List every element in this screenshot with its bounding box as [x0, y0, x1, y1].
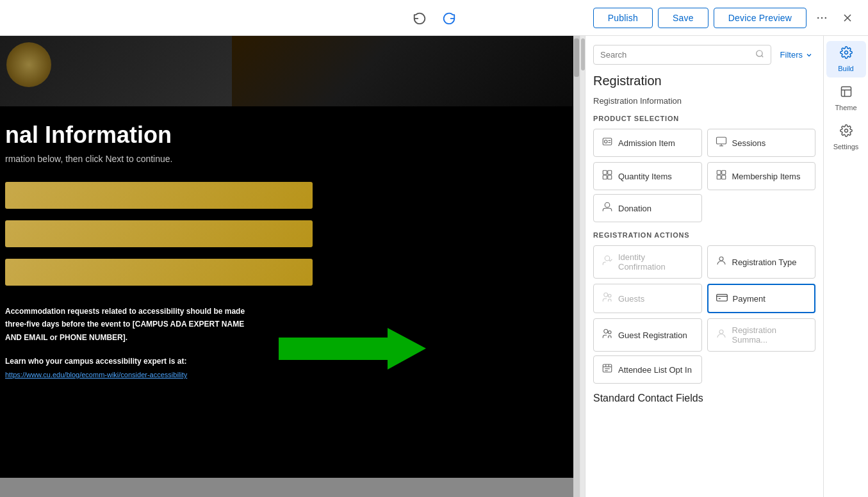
sessions-label: Sessions	[732, 138, 766, 148]
sessions-card[interactable]: Sessions	[707, 129, 816, 157]
identity-confirmation-icon	[602, 255, 613, 269]
panel-scroll-thumb	[581, 38, 585, 70]
undo-button[interactable]	[409, 7, 430, 29]
quantity-items-card[interactable]: Quantity Items	[593, 162, 702, 190]
product-selection-label: PRODUCT SELECTION	[593, 115, 815, 122]
sidebar-item-settings[interactable]: Settings	[826, 119, 866, 156]
attendee-list-opt-in-card[interactable]: Attendee List Opt In	[593, 355, 702, 384]
canvas-scrollbar[interactable]	[573, 36, 580, 497]
attendee-list-opt-in-label: Attendee List Opt In	[618, 365, 692, 375]
admission-item-card[interactable]: Admission Item	[593, 129, 702, 157]
svg-rect-15	[603, 170, 607, 174]
registration-summary-label: Registration Summa...	[732, 325, 808, 345]
guest-registration-label: Guest Registration	[618, 330, 687, 340]
guest-registration-icon	[602, 328, 613, 342]
build-label: Build	[838, 65, 853, 72]
build-icon	[840, 46, 853, 62]
sidebar-item-theme[interactable]: Theme	[826, 80, 866, 117]
payment-card[interactable]: Payment	[707, 284, 816, 313]
registration-summary-card[interactable]: Registration Summa...	[707, 318, 816, 352]
donation-card[interactable]: Donation	[593, 194, 702, 222]
redo-icon	[442, 11, 456, 25]
more-options-button[interactable]	[812, 8, 832, 28]
learn-link[interactable]: https://www.cu.edu/blog/ecomm-wiki/consi…	[5, 371, 187, 379]
form-field-1[interactable]	[5, 182, 313, 209]
panel-sidebar: Build Theme Settings	[823, 36, 868, 497]
search-bar	[593, 45, 771, 65]
membership-items-card[interactable]: Membership Items	[707, 162, 816, 190]
page-content: nal Information rmation below, then clic…	[0, 106, 580, 478]
identity-confirmation-label: Identity Confirmation	[618, 252, 694, 272]
panel-main: Filters Registration Registration Inform…	[585, 36, 823, 497]
header-dark-overlay	[232, 36, 580, 106]
registration-info-subtitle: Registration Information	[593, 96, 815, 106]
main-area: nal Information rmation below, then clic…	[0, 36, 868, 497]
svg-point-31	[609, 331, 612, 334]
redo-button[interactable]	[438, 7, 460, 29]
quantity-items-label: Quantity Items	[618, 172, 672, 181]
guests-card[interactable]: Guests	[593, 284, 702, 313]
search-input[interactable]	[600, 50, 755, 60]
guests-label: Guests	[618, 294, 644, 304]
learn-text: Learn who your campus accessibility expe…	[5, 357, 561, 366]
canvas-area: nal Information rmation below, then clic…	[0, 36, 580, 497]
product-selection-grid: Admission Item Sessions Quan	[593, 129, 815, 190]
svg-rect-20	[721, 170, 725, 174]
registration-title: Registration	[593, 74, 815, 88]
sidebar-item-build[interactable]: Build	[826, 41, 866, 77]
payment-icon	[716, 291, 728, 306]
svg-rect-27	[716, 295, 727, 302]
registration-type-label: Registration Type	[732, 257, 797, 267]
device-preview-button[interactable]: Device Preview	[714, 8, 807, 28]
settings-icon	[840, 124, 853, 140]
attendee-opt-in-icon	[602, 363, 613, 377]
form-field-2[interactable]	[5, 220, 313, 247]
close-button[interactable]	[837, 8, 858, 28]
svg-point-39	[844, 51, 848, 54]
donation-grid: Donation	[593, 194, 815, 222]
canvas-content: nal Information rmation below, then clic…	[0, 36, 580, 497]
svg-point-30	[604, 329, 608, 333]
undo-icon	[413, 11, 427, 25]
svg-rect-21	[717, 175, 721, 179]
svg-rect-16	[608, 170, 612, 174]
admission-item-label: Admission Item	[618, 138, 675, 148]
svg-rect-17	[603, 175, 607, 179]
svg-rect-40	[841, 87, 851, 97]
publish-button[interactable]: Publish	[593, 8, 653, 28]
filters-button[interactable]: Filters	[778, 50, 815, 60]
registration-section: Registration Registration Information PR…	[593, 74, 815, 404]
save-button[interactable]: Save	[658, 8, 708, 28]
panel-left-scrollbar[interactable]	[580, 36, 585, 497]
identity-confirmation-card[interactable]: Identity Confirmation	[593, 245, 702, 279]
registration-type-card[interactable]: Registration Type	[707, 245, 816, 279]
sessions-icon	[716, 136, 727, 150]
header-image	[0, 36, 580, 106]
donation-label: Donation	[618, 204, 651, 213]
toolbar-actions: Publish Save Device Preview	[593, 8, 858, 28]
page-subtitle: rmation below, then click Next to contin…	[5, 154, 561, 164]
header-logo	[6, 42, 51, 87]
form-field-3[interactable]	[5, 259, 313, 286]
svg-rect-18	[608, 175, 612, 179]
guest-registration-card[interactable]: Guest Registration	[593, 318, 702, 352]
svg-point-43	[844, 129, 848, 133]
theme-label: Theme	[835, 104, 856, 111]
registration-actions-grid: Identity Confirmation Registration Type	[593, 245, 815, 352]
svg-point-32	[719, 330, 723, 334]
search-filters-row: Filters	[593, 45, 815, 65]
svg-point-0	[817, 17, 819, 19]
theme-icon	[840, 85, 853, 101]
standard-contact-fields-title: Standard Contact Fields	[593, 393, 815, 404]
svg-point-9	[605, 140, 608, 143]
svg-point-2	[825, 17, 827, 19]
canvas-scrollbar-thumb	[574, 38, 579, 77]
quantity-items-icon	[602, 169, 613, 183]
accessibility-text: Accommodation requests related to access…	[5, 305, 313, 344]
registration-actions-label: REGISTRATION ACTIONS	[593, 231, 815, 239]
svg-point-25	[604, 293, 608, 297]
admission-item-icon	[602, 136, 613, 150]
close-icon	[841, 12, 854, 24]
svg-point-6	[756, 51, 762, 56]
right-panel: Filters Registration Registration Inform…	[580, 36, 868, 497]
